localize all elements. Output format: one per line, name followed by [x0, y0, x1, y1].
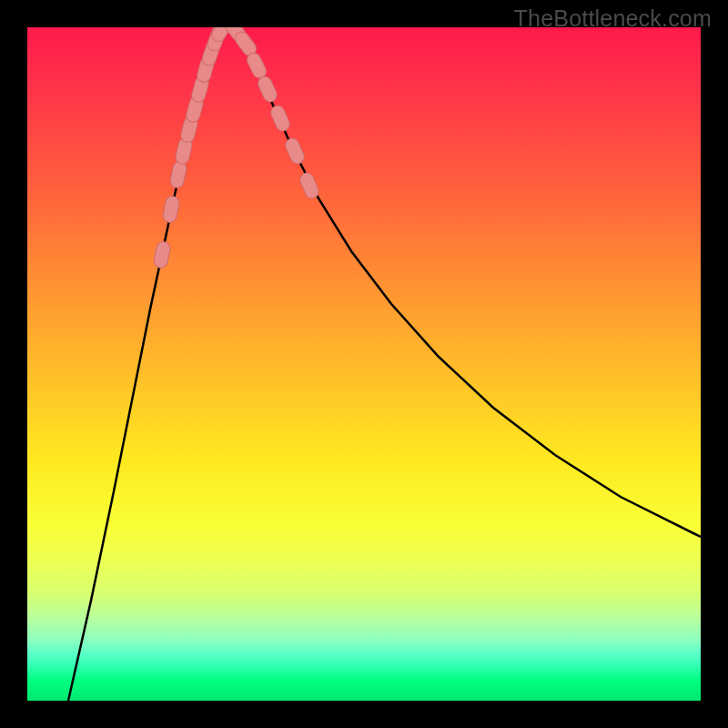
svg-line-1	[161, 248, 164, 261]
svg-line-29	[265, 84, 270, 96]
svg-line-11	[193, 103, 197, 116]
svg-line-9	[187, 123, 190, 136]
svg-line-5	[177, 168, 180, 181]
svg-line-3	[170, 203, 173, 216]
left-curve	[68, 28, 220, 701]
svg-line-27	[254, 60, 259, 72]
svg-line-31	[278, 113, 283, 125]
svg-line-33	[292, 146, 298, 157]
bottleneck-chart	[27, 27, 701, 701]
scatter-markers	[161, 27, 312, 261]
svg-line-7	[182, 145, 185, 157]
svg-line-25	[242, 38, 249, 48]
right-curve	[238, 28, 701, 537]
svg-line-21	[218, 27, 225, 35]
plot-frame	[27, 27, 701, 701]
svg-line-35	[307, 180, 311, 192]
svg-line-13	[198, 83, 202, 96]
